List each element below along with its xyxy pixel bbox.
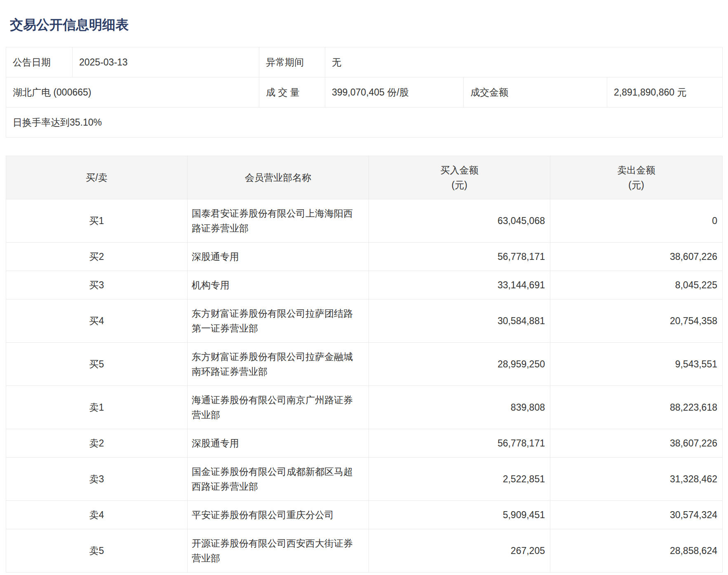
buy-amount-cell: 33,144,691 [369, 271, 550, 299]
branch-cell: 海通证券股份有限公司南京广州路证券营业部 [188, 386, 369, 429]
sell-amount-cell: 38,607,226 [550, 243, 723, 271]
trading-table-header-row: 买/卖 会员营业部名称 买入金额 (元) 卖出金额 (元) [6, 156, 723, 199]
sell-amount-cell: 88,223,618 [550, 386, 723, 429]
table-row: 卖1 海通证券股份有限公司南京广州路证券营业部 839,808 88,223,6… [6, 386, 723, 429]
header-sell-amount: 卖出金额 (元) [550, 156, 723, 199]
branch-cell: 平安证券股份有限公司重庆分公司 [188, 501, 369, 529]
rank-cell: 卖1 [6, 386, 188, 429]
stock-name: 湖北广电 (000665) [6, 77, 259, 108]
summary-row-date: 公告日期 2025-03-13 异常期间 无 [6, 47, 723, 77]
trading-table: 买/卖 会员营业部名称 买入金额 (元) 卖出金额 (元) 买1 国泰君安证券股… [6, 156, 723, 573]
branch-cell: 国泰君安证券股份有限公司上海海阳西路证券营业部 [188, 199, 369, 243]
table-row: 买5 东方财富证券股份有限公司拉萨金融城南环路证券营业部 28,959,250 … [6, 343, 723, 386]
table-row: 买4 东方财富证券股份有限公司拉萨团结路第一证券营业部 30,584,881 2… [6, 299, 723, 343]
branch-cell: 东方财富证券股份有限公司拉萨金融城南环路证券营业部 [188, 343, 369, 386]
rank-cell: 卖4 [6, 501, 188, 529]
table-row: 卖4 平安证券股份有限公司重庆分公司 5,909,451 30,574,324 [6, 501, 723, 529]
summary-table: 公告日期 2025-03-13 异常期间 无 湖北广电 (000665) 成 交… [6, 47, 723, 138]
branch-cell: 机构专用 [188, 271, 369, 299]
sell-amount-cell: 20,754,358 [550, 299, 723, 343]
header-rank: 买/卖 [6, 156, 188, 199]
sell-amount-cell: 30,574,324 [550, 501, 723, 529]
rank-cell: 卖3 [6, 458, 188, 501]
sell-amount-cell: 9,543,551 [550, 343, 723, 386]
rank-cell: 买1 [6, 199, 188, 243]
sell-amount-cell: 28,858,624 [550, 529, 723, 573]
branch-cell: 开源证券股份有限公司西安西大街证券营业部 [188, 529, 369, 573]
branch-cell: 国金证券股份有限公司成都新都区马超西路证券营业部 [188, 458, 369, 501]
sell-amount-cell: 31,328,462 [550, 458, 723, 501]
announce-date-value: 2025-03-13 [73, 47, 259, 77]
rank-cell: 买4 [6, 299, 188, 343]
branch-cell: 东方财富证券股份有限公司拉萨团结路第一证券营业部 [188, 299, 369, 343]
table-row: 买1 国泰君安证券股份有限公司上海海阳西路证券营业部 63,045,068 0 [6, 199, 723, 243]
turnover-rate-note: 日换手率达到35.10% [6, 108, 723, 138]
page: 交易公开信息明细表 公告日期 2025-03-13 异常期间 无 湖北广电 (0… [0, 0, 728, 573]
table-row: 买2 深股通专用 56,778,171 38,607,226 [6, 243, 723, 271]
buy-amount-cell: 28,959,250 [369, 343, 550, 386]
rank-cell: 买2 [6, 243, 188, 271]
buy-amount-cell: 5,909,451 [369, 501, 550, 529]
table-row: 卖2 深股通专用 56,778,171 38,607,226 [6, 429, 723, 458]
sell-amount-cell: 0 [550, 199, 723, 243]
table-row: 卖3 国金证券股份有限公司成都新都区马超西路证券营业部 2,522,851 31… [6, 458, 723, 501]
buy-amount-cell: 56,778,171 [369, 429, 550, 458]
table-row: 买3 机构专用 33,144,691 8,045,225 [6, 271, 723, 299]
buy-amount-cell: 63,045,068 [369, 199, 550, 243]
volume-label: 成 交 量 [259, 77, 325, 108]
buy-amount-cell: 30,584,881 [369, 299, 550, 343]
sell-amount-cell: 38,607,226 [550, 429, 723, 458]
branch-cell: 深股通专用 [188, 429, 369, 458]
rank-cell: 卖5 [6, 529, 188, 573]
announce-date-label: 公告日期 [6, 47, 73, 77]
rank-cell: 买3 [6, 271, 188, 299]
buy-amount-cell: 2,522,851 [369, 458, 550, 501]
rank-cell: 卖2 [6, 429, 188, 458]
sell-amount-cell: 8,045,225 [550, 271, 723, 299]
summary-row-note: 日换手率达到35.10% [6, 108, 723, 138]
branch-cell: 深股通专用 [188, 243, 369, 271]
abnormal-period-label: 异常期间 [259, 47, 325, 77]
buy-amount-cell: 267,205 [369, 529, 550, 573]
page-title: 交易公开信息明细表 [6, 0, 722, 33]
abnormal-period-value: 无 [325, 47, 723, 77]
header-buy-amount: 买入金额 (元) [369, 156, 550, 199]
amount-value: 2,891,890,860 元 [607, 77, 723, 108]
rank-cell: 买5 [6, 343, 188, 386]
buy-amount-cell: 56,778,171 [369, 243, 550, 271]
header-branch: 会员营业部名称 [188, 156, 369, 199]
volume-value: 399,070,405 份/股 [325, 77, 464, 108]
buy-amount-cell: 839,808 [369, 386, 550, 429]
amount-label: 成交金额 [464, 77, 607, 108]
summary-row-stock: 湖北广电 (000665) 成 交 量 399,070,405 份/股 成交金额… [6, 77, 723, 108]
table-row: 卖5 开源证券股份有限公司西安西大街证券营业部 267,205 28,858,6… [6, 529, 723, 573]
